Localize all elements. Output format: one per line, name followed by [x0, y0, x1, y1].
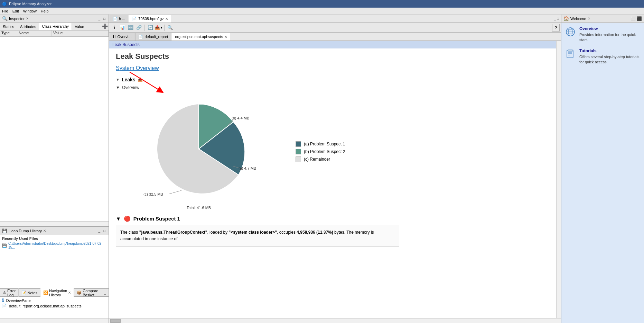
- heap-dump-close-icon[interactable]: ✕: [43, 229, 46, 233]
- heap-dump-title: Heap Dump History: [9, 229, 42, 233]
- pie-total-label: Total: 41.6 MB: [187, 206, 211, 210]
- bottom-item-overview[interactable]: ℹ OverviewPane: [1, 297, 108, 303]
- heap-dump-maximize-button[interactable]: □: [102, 228, 106, 233]
- inspector-minimize-button[interactable]: _: [97, 16, 101, 21]
- left-horizontal-scrollbar[interactable]: [0, 221, 109, 226]
- welcome-item-overview[interactable]: Overview Provides information for the qu…: [565, 26, 641, 43]
- bottom-item-default-report[interactable]: 📄 default_report org.eclipse.mat.api:sus…: [1, 303, 108, 308]
- column-name: Name: [17, 30, 52, 36]
- report-file-icon: 📄: [2, 304, 7, 308]
- editor-tabs: 📄 h ... 📄 70308.hprof.gz ✕ _ □: [109, 15, 561, 23]
- bottom-content: ℹ OverviewPane 📄 default_report org.ecli…: [0, 297, 109, 318]
- main-content-scrollbar[interactable]: [556, 41, 561, 318]
- menu-edit[interactable]: Edit: [12, 9, 19, 13]
- toolbar-link-button[interactable]: 🔗: [135, 24, 143, 32]
- tab-attributes[interactable]: Attributes: [17, 23, 39, 30]
- editor-tab-h[interactable]: 📄 h ...: [110, 15, 128, 23]
- welcome-header-buttons: ⬜ ⬛: [631, 16, 642, 21]
- report-tab-overview[interactable]: ℹ i Overvi...: [110, 33, 134, 41]
- inspector-content[interactable]: [0, 37, 109, 221]
- tab-navigation-history[interactable]: 🔀 Navigation History ✕: [40, 288, 74, 298]
- toolbar-info-button[interactable]: ℹ: [110, 24, 118, 32]
- inspector-header-buttons: _ □: [97, 16, 106, 21]
- editor-tab-hprof[interactable]: 📄 70308.hprof.gz ✕: [129, 15, 171, 23]
- suspect-1-class-name: "java.beans.ThreadGroupContext": [139, 230, 207, 235]
- editor-tab-hprof-label: 70308.hprof.gz: [138, 17, 164, 21]
- inspector-add-icon[interactable]: ➕: [101, 23, 109, 30]
- tab-error-log[interactable]: ⚠ Error Log: [0, 288, 19, 298]
- welcome-maximize-icon[interactable]: ⬛: [637, 16, 642, 21]
- report-tab-suspects-label: org.eclipse.mat.api:suspects: [175, 35, 223, 39]
- problem-suspect-1-header[interactable]: ▼ 🔴 Problem Suspect 1: [116, 215, 554, 222]
- inspector-table-header: Type Name Value: [0, 30, 109, 37]
- system-overview-link[interactable]: System Overview: [116, 65, 159, 71]
- report-tab-default[interactable]: 📄 default_report: [135, 33, 171, 41]
- bottom-item-overview-label: OverviewPane: [6, 298, 31, 303]
- toolbar-chart-button[interactable]: 📊: [119, 24, 126, 32]
- heap-dump-panel: 💾 Heap Dump History ✕ _ □ Recently Used …: [0, 226, 109, 288]
- toolbar: ℹ 📊 🔤 🔗 🔄 📤▼ 🔍 ?: [109, 23, 561, 33]
- main-horizontal-scrollbar[interactable]: [109, 318, 561, 323]
- welcome-restore-icon[interactable]: ⬜: [631, 16, 636, 21]
- suspect-1-text-occupies: , occupies: [277, 230, 297, 235]
- tab-value[interactable]: Value: [72, 23, 87, 30]
- editor-tab-h-icon: 📄: [113, 17, 118, 21]
- heap-item-icon: 💾: [2, 243, 7, 248]
- tab-compare-basket[interactable]: 📦 Compare Basket: [74, 288, 101, 298]
- suspect-1-text-prefix: The class: [120, 230, 139, 235]
- heap-item-path: C:\Users\Administrator\Desktop\dump\heap…: [8, 242, 106, 249]
- bottom-horizontal-scrollbar[interactable]: [0, 318, 109, 323]
- suspect-1-loader: "<system class loader>": [229, 230, 277, 235]
- welcome-close-icon[interactable]: ✕: [588, 17, 590, 20]
- nav-history-icon: 🔀: [43, 290, 48, 295]
- report-tab-suspects[interactable]: org.eclipse.mat.api:suspects ✕: [172, 33, 230, 41]
- menu-file[interactable]: File: [2, 9, 8, 13]
- toolbar-export-button[interactable]: 📤▼: [155, 24, 162, 32]
- tab-notes[interactable]: 📝 Notes: [19, 290, 40, 296]
- heap-dump-minimize-button[interactable]: _: [97, 228, 101, 233]
- inspector-icon: 🔍: [2, 16, 8, 21]
- legend-item-c: (c) Remainder: [296, 156, 345, 162]
- svg-text:(a) 4.7 MB: (a) 4.7 MB: [239, 166, 256, 170]
- nav-history-close-icon[interactable]: ✕: [68, 291, 71, 295]
- content-body: Leak Suspects System Overview ▼ Leaks 📤 …: [109, 48, 561, 254]
- editor-maximize-button[interactable]: □: [557, 17, 559, 20]
- legend-label-a: (a) Problem Suspect 1: [304, 142, 345, 146]
- heap-recently-used-label: Recently Used Files: [1, 236, 108, 241]
- toolbar-help-button[interactable]: ?: [552, 24, 560, 32]
- breadcrumb-link[interactable]: Leak Suspects: [112, 42, 140, 47]
- menu-help[interactable]: Help: [41, 9, 49, 13]
- tab-class-hierarchy[interactable]: Class Hierarchy: [39, 23, 72, 30]
- toolbar-text-button[interactable]: 🔤: [127, 24, 134, 32]
- inspector-maximize-button[interactable]: □: [102, 16, 106, 21]
- menu-window[interactable]: Window: [23, 9, 37, 13]
- suspect-1-text-loaded: , loaded by: [207, 230, 228, 235]
- main-hscroll-thumb[interactable]: [110, 319, 121, 323]
- overview-subsection[interactable]: ▼ Overview: [116, 85, 554, 90]
- main-content[interactable]: Leak Suspects Leak Suspects System Overv…: [109, 41, 561, 318]
- welcome-item-tutorials[interactable]: Tutorials Offers several step-by-step tu…: [565, 48, 641, 65]
- tab-statics[interactable]: Statics: [0, 23, 17, 30]
- menu-bar: File Edit Window Help: [0, 8, 644, 15]
- toolbar-search-button[interactable]: 🔍: [166, 24, 174, 32]
- pie-chart-svg: (a) 4.7 MB (b) 4.4 MB (c) 32.5 MB: [116, 93, 282, 204]
- editor-tab-hprof-close[interactable]: ✕: [165, 17, 168, 21]
- suspect-1-error-icon: 🔴: [124, 215, 131, 222]
- legend-color-b: [296, 149, 301, 154]
- welcome-header-left: 🏠 Welcome ✕: [563, 16, 590, 21]
- notes-icon: 📝: [21, 290, 26, 295]
- main-layout: 🔍 Inspector ✕ _ □ Statics Attributes Cla…: [0, 15, 644, 323]
- leaks-export-icon[interactable]: 📤: [138, 77, 143, 82]
- app-title: Eclipse Memory Analyzer: [9, 2, 52, 6]
- report-tab-suspects-close[interactable]: ✕: [224, 35, 227, 39]
- pie-chart-wrapper: (a) 4.7 MB (b) 4.4 MB (c) 32.5 MB Total:…: [116, 93, 282, 210]
- inspector-close-icon[interactable]: ✕: [26, 17, 29, 20]
- editor-minimize-button[interactable]: _: [554, 17, 556, 20]
- suspect-1-arrow-icon: ▼: [116, 216, 121, 222]
- tutorials-welcome-title: Tutorials: [579, 48, 641, 53]
- toolbar-refresh-button[interactable]: 🔄: [147, 24, 154, 32]
- bottom-minimize-button[interactable]: _: [103, 290, 107, 295]
- leaks-section-header[interactable]: ▼ Leaks 📤: [116, 77, 554, 82]
- legend-label-c: (c) Remainder: [304, 157, 330, 162]
- heap-dump-item[interactable]: 💾 C:\Users\Administrator\Desktop\dump\he…: [1, 241, 108, 250]
